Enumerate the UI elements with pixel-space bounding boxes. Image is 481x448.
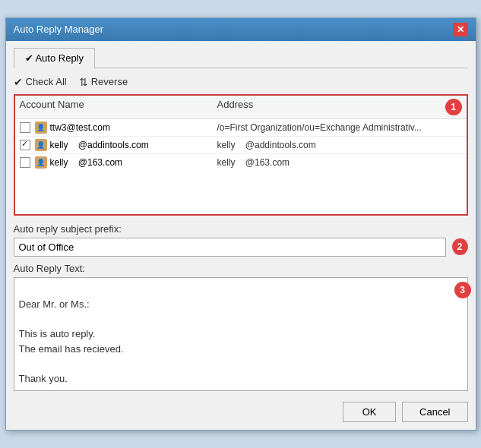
account-name-row-2: kelly @addintools.com — [50, 140, 217, 150]
check-all-label: Check All — [26, 76, 67, 87]
user-icon-row-2: 👤 — [35, 139, 50, 151]
close-button[interactable]: ✕ — [453, 23, 468, 36]
tab-label: Auto Reply — [35, 52, 84, 64]
reply-text-label: Auto Reply Text: — [14, 263, 468, 274]
subject-prefix-input[interactable] — [14, 238, 446, 257]
user-icon-row-1: 👤 — [35, 121, 50, 134]
tab-checkmark-icon: ✔ — [25, 52, 33, 64]
account-address-row-1: /o=First Organization/ou=Exchange Admini… — [217, 122, 462, 133]
cancel-button[interactable]: Cancel — [402, 402, 467, 422]
reverse-button[interactable]: ⇅ Reverse — [79, 76, 128, 88]
subject-prefix-label: Auto reply subject prefix: — [14, 223, 468, 235]
check-all-icon: ✔ — [14, 76, 23, 88]
reply-text-area[interactable]: Dear Mr. or Ms.: This is auto reply. The… — [14, 277, 468, 392]
account-name-row-1: ttw3@test.com — [50, 122, 217, 133]
window-title: Auto Reply Manager — [14, 24, 104, 35]
table-row: 👤 ttw3@test.com /o=First Organization/ou… — [15, 119, 467, 137]
account-name-row-3: kelly @163.com — [50, 157, 217, 168]
badge-3: 3 — [454, 282, 471, 298]
ok-button[interactable]: OK — [343, 402, 396, 422]
reverse-icon: ⇅ — [79, 76, 88, 88]
table-row: 👤 kelly @addintools.com kelly @addintool… — [15, 137, 467, 154]
toolbar: ✔ Check All ⇅ Reverse — [14, 76, 468, 88]
col-account-header: Account Name — [20, 99, 217, 115]
user-icon-row-3: 👤 — [35, 156, 50, 169]
accounts-table: Account Name Address 1 👤 ttw3@test.com /… — [14, 94, 468, 216]
window-body: ✔ Auto Reply ✔ Check All ⇅ Reverse Accou… — [6, 41, 476, 431]
checkbox-row-1[interactable] — [20, 121, 35, 133]
checkbox-row-2[interactable] — [20, 139, 35, 150]
account-address-row-3: kelly @163.com — [217, 157, 462, 168]
footer-buttons: OK Cancel — [14, 399, 468, 422]
main-window: Auto Reply Manager ✕ ✔ Auto Reply ✔ Chec… — [5, 17, 476, 431]
badge-1: 1 — [445, 99, 462, 115]
badge-2: 2 — [452, 238, 468, 255]
reply-text-content: Dear Mr. or Ms.: This is auto reply. The… — [19, 298, 124, 384]
col-address-header: Address — [217, 99, 439, 115]
accounts-header: Account Name Address 1 — [15, 96, 467, 119]
reverse-label: Reverse — [91, 76, 128, 87]
tab-auto-reply[interactable]: ✔ Auto Reply — [14, 48, 96, 68]
table-row: 👤 kelly @163.com kelly @163.com — [15, 154, 467, 171]
check-all-button[interactable]: ✔ Check All — [14, 76, 67, 88]
title-bar: Auto Reply Manager ✕ — [6, 18, 476, 41]
account-address-row-2: kelly @addintools.com — [217, 140, 462, 150]
tab-bar: ✔ Auto Reply — [14, 47, 468, 68]
subject-prefix-row: 2 — [14, 238, 468, 257]
checkbox-row-3[interactable] — [20, 156, 35, 168]
